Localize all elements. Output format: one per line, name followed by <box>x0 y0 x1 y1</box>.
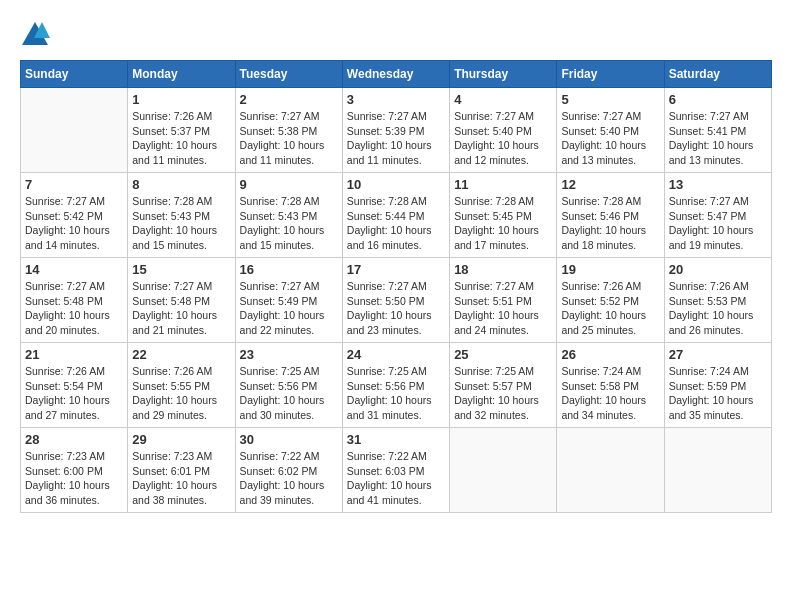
weekday-header-saturday: Saturday <box>664 61 771 88</box>
calendar-cell: 17Sunrise: 7:27 AM Sunset: 5:50 PM Dayli… <box>342 258 449 343</box>
day-number: 15 <box>132 262 230 277</box>
day-info: Sunrise: 7:27 AM Sunset: 5:48 PM Dayligh… <box>25 279 123 338</box>
day-number: 8 <box>132 177 230 192</box>
day-info: Sunrise: 7:22 AM Sunset: 6:03 PM Dayligh… <box>347 449 445 508</box>
week-row-4: 21Sunrise: 7:26 AM Sunset: 5:54 PM Dayli… <box>21 343 772 428</box>
week-row-2: 7Sunrise: 7:27 AM Sunset: 5:42 PM Daylig… <box>21 173 772 258</box>
day-number: 16 <box>240 262 338 277</box>
calendar-cell: 23Sunrise: 7:25 AM Sunset: 5:56 PM Dayli… <box>235 343 342 428</box>
day-info: Sunrise: 7:28 AM Sunset: 5:43 PM Dayligh… <box>240 194 338 253</box>
weekday-header-monday: Monday <box>128 61 235 88</box>
calendar-cell: 20Sunrise: 7:26 AM Sunset: 5:53 PM Dayli… <box>664 258 771 343</box>
day-number: 30 <box>240 432 338 447</box>
day-info: Sunrise: 7:26 AM Sunset: 5:53 PM Dayligh… <box>669 279 767 338</box>
calendar-table: SundayMondayTuesdayWednesdayThursdayFrid… <box>20 60 772 513</box>
weekday-header-thursday: Thursday <box>450 61 557 88</box>
day-info: Sunrise: 7:28 AM Sunset: 5:44 PM Dayligh… <box>347 194 445 253</box>
calendar-cell: 11Sunrise: 7:28 AM Sunset: 5:45 PM Dayli… <box>450 173 557 258</box>
week-row-5: 28Sunrise: 7:23 AM Sunset: 6:00 PM Dayli… <box>21 428 772 513</box>
week-row-1: 1Sunrise: 7:26 AM Sunset: 5:37 PM Daylig… <box>21 88 772 173</box>
day-info: Sunrise: 7:26 AM Sunset: 5:55 PM Dayligh… <box>132 364 230 423</box>
day-number: 21 <box>25 347 123 362</box>
day-info: Sunrise: 7:28 AM Sunset: 5:46 PM Dayligh… <box>561 194 659 253</box>
calendar-cell: 22Sunrise: 7:26 AM Sunset: 5:55 PM Dayli… <box>128 343 235 428</box>
calendar-cell <box>664 428 771 513</box>
calendar-cell <box>450 428 557 513</box>
calendar-cell: 5Sunrise: 7:27 AM Sunset: 5:40 PM Daylig… <box>557 88 664 173</box>
calendar-cell: 7Sunrise: 7:27 AM Sunset: 5:42 PM Daylig… <box>21 173 128 258</box>
day-info: Sunrise: 7:25 AM Sunset: 5:56 PM Dayligh… <box>240 364 338 423</box>
day-number: 25 <box>454 347 552 362</box>
day-number: 23 <box>240 347 338 362</box>
calendar-cell: 27Sunrise: 7:24 AM Sunset: 5:59 PM Dayli… <box>664 343 771 428</box>
day-info: Sunrise: 7:26 AM Sunset: 5:54 PM Dayligh… <box>25 364 123 423</box>
day-number: 3 <box>347 92 445 107</box>
day-info: Sunrise: 7:28 AM Sunset: 5:45 PM Dayligh… <box>454 194 552 253</box>
day-number: 18 <box>454 262 552 277</box>
day-number: 31 <box>347 432 445 447</box>
day-number: 29 <box>132 432 230 447</box>
calendar-cell: 30Sunrise: 7:22 AM Sunset: 6:02 PM Dayli… <box>235 428 342 513</box>
calendar-cell <box>21 88 128 173</box>
day-number: 2 <box>240 92 338 107</box>
day-number: 11 <box>454 177 552 192</box>
day-info: Sunrise: 7:25 AM Sunset: 5:56 PM Dayligh… <box>347 364 445 423</box>
day-number: 9 <box>240 177 338 192</box>
day-info: Sunrise: 7:25 AM Sunset: 5:57 PM Dayligh… <box>454 364 552 423</box>
day-info: Sunrise: 7:27 AM Sunset: 5:38 PM Dayligh… <box>240 109 338 168</box>
calendar-cell: 25Sunrise: 7:25 AM Sunset: 5:57 PM Dayli… <box>450 343 557 428</box>
calendar-cell: 6Sunrise: 7:27 AM Sunset: 5:41 PM Daylig… <box>664 88 771 173</box>
day-info: Sunrise: 7:28 AM Sunset: 5:43 PM Dayligh… <box>132 194 230 253</box>
calendar-cell: 24Sunrise: 7:25 AM Sunset: 5:56 PM Dayli… <box>342 343 449 428</box>
day-info: Sunrise: 7:24 AM Sunset: 5:58 PM Dayligh… <box>561 364 659 423</box>
day-info: Sunrise: 7:27 AM Sunset: 5:50 PM Dayligh… <box>347 279 445 338</box>
calendar-cell: 19Sunrise: 7:26 AM Sunset: 5:52 PM Dayli… <box>557 258 664 343</box>
calendar-cell: 13Sunrise: 7:27 AM Sunset: 5:47 PM Dayli… <box>664 173 771 258</box>
day-info: Sunrise: 7:26 AM Sunset: 5:52 PM Dayligh… <box>561 279 659 338</box>
day-info: Sunrise: 7:27 AM Sunset: 5:41 PM Dayligh… <box>669 109 767 168</box>
day-number: 22 <box>132 347 230 362</box>
page-header <box>20 20 772 50</box>
calendar-cell: 10Sunrise: 7:28 AM Sunset: 5:44 PM Dayli… <box>342 173 449 258</box>
calendar-cell: 8Sunrise: 7:28 AM Sunset: 5:43 PM Daylig… <box>128 173 235 258</box>
calendar-cell: 4Sunrise: 7:27 AM Sunset: 5:40 PM Daylig… <box>450 88 557 173</box>
day-info: Sunrise: 7:27 AM Sunset: 5:49 PM Dayligh… <box>240 279 338 338</box>
day-info: Sunrise: 7:23 AM Sunset: 6:01 PM Dayligh… <box>132 449 230 508</box>
calendar-cell: 29Sunrise: 7:23 AM Sunset: 6:01 PM Dayli… <box>128 428 235 513</box>
logo-icon <box>20 20 50 50</box>
day-info: Sunrise: 7:27 AM Sunset: 5:47 PM Dayligh… <box>669 194 767 253</box>
day-number: 12 <box>561 177 659 192</box>
calendar-cell: 16Sunrise: 7:27 AM Sunset: 5:49 PM Dayli… <box>235 258 342 343</box>
calendar-cell: 21Sunrise: 7:26 AM Sunset: 5:54 PM Dayli… <box>21 343 128 428</box>
week-row-3: 14Sunrise: 7:27 AM Sunset: 5:48 PM Dayli… <box>21 258 772 343</box>
weekday-header-friday: Friday <box>557 61 664 88</box>
calendar-cell: 9Sunrise: 7:28 AM Sunset: 5:43 PM Daylig… <box>235 173 342 258</box>
calendar-cell: 2Sunrise: 7:27 AM Sunset: 5:38 PM Daylig… <box>235 88 342 173</box>
day-number: 14 <box>25 262 123 277</box>
calendar-cell: 26Sunrise: 7:24 AM Sunset: 5:58 PM Dayli… <box>557 343 664 428</box>
calendar-cell: 1Sunrise: 7:26 AM Sunset: 5:37 PM Daylig… <box>128 88 235 173</box>
day-number: 24 <box>347 347 445 362</box>
day-info: Sunrise: 7:27 AM Sunset: 5:42 PM Dayligh… <box>25 194 123 253</box>
calendar-cell: 12Sunrise: 7:28 AM Sunset: 5:46 PM Dayli… <box>557 173 664 258</box>
day-info: Sunrise: 7:23 AM Sunset: 6:00 PM Dayligh… <box>25 449 123 508</box>
day-number: 26 <box>561 347 659 362</box>
day-number: 4 <box>454 92 552 107</box>
day-info: Sunrise: 7:24 AM Sunset: 5:59 PM Dayligh… <box>669 364 767 423</box>
day-number: 20 <box>669 262 767 277</box>
day-number: 7 <box>25 177 123 192</box>
day-number: 28 <box>25 432 123 447</box>
day-info: Sunrise: 7:22 AM Sunset: 6:02 PM Dayligh… <box>240 449 338 508</box>
weekday-header-sunday: Sunday <box>21 61 128 88</box>
day-info: Sunrise: 7:27 AM Sunset: 5:39 PM Dayligh… <box>347 109 445 168</box>
day-number: 10 <box>347 177 445 192</box>
day-info: Sunrise: 7:27 AM Sunset: 5:51 PM Dayligh… <box>454 279 552 338</box>
day-number: 17 <box>347 262 445 277</box>
day-info: Sunrise: 7:27 AM Sunset: 5:40 PM Dayligh… <box>561 109 659 168</box>
day-number: 13 <box>669 177 767 192</box>
day-number: 27 <box>669 347 767 362</box>
calendar-cell: 3Sunrise: 7:27 AM Sunset: 5:39 PM Daylig… <box>342 88 449 173</box>
calendar-cell <box>557 428 664 513</box>
weekday-header-row: SundayMondayTuesdayWednesdayThursdayFrid… <box>21 61 772 88</box>
day-number: 5 <box>561 92 659 107</box>
